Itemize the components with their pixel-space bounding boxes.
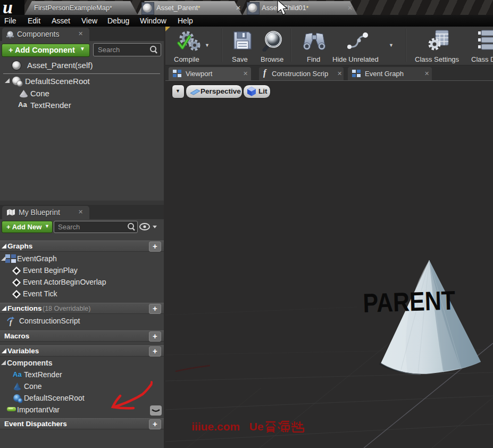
svg-text:PARENT: PARENT xyxy=(363,286,456,318)
svg-text:f: f xyxy=(10,318,13,326)
